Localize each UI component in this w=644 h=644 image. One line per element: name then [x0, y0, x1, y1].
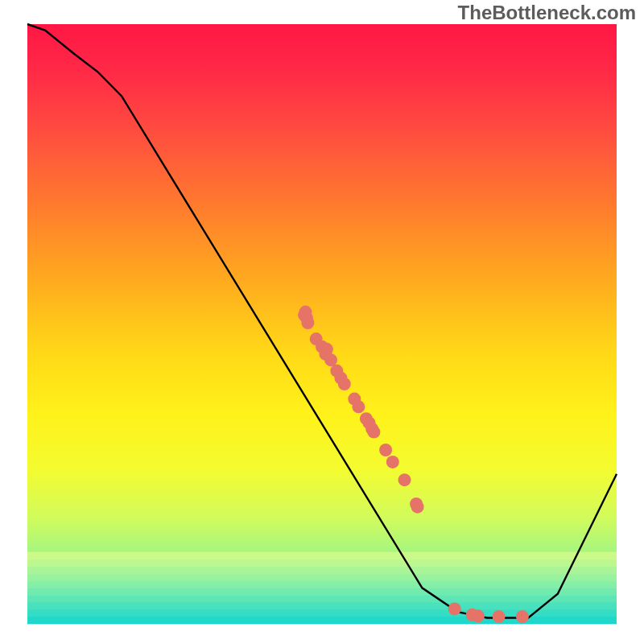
svg-rect-4 — [27, 580, 617, 588]
scatter-point — [493, 610, 506, 623]
scatter-point — [301, 316, 314, 329]
chart-container: TheBottleneck.com — [0, 0, 644, 644]
svg-rect-6 — [27, 595, 617, 602]
svg-rect-0 — [27, 552, 617, 559]
plot-background — [27, 24, 617, 624]
scatter-point — [411, 501, 424, 514]
bottom-green-bands — [27, 552, 617, 625]
scatter-point — [379, 444, 392, 456]
scatter-point — [472, 609, 485, 622]
watermark-text: TheBottleneck.com — [458, 2, 636, 24]
svg-rect-3 — [27, 573, 617, 580]
svg-rect-2 — [27, 566, 617, 573]
scatter-point — [367, 426, 380, 439]
scatter-point — [386, 456, 399, 469]
scatter-point — [352, 400, 365, 413]
svg-rect-5 — [27, 588, 617, 595]
scatter-point — [338, 378, 351, 390]
scatter-point — [448, 602, 461, 615]
scatter-point — [398, 473, 411, 486]
scatter-point — [516, 610, 529, 623]
chart-svg — [0, 0, 644, 644]
svg-rect-1 — [27, 559, 617, 567]
svg-rect-7 — [27, 602, 617, 609]
